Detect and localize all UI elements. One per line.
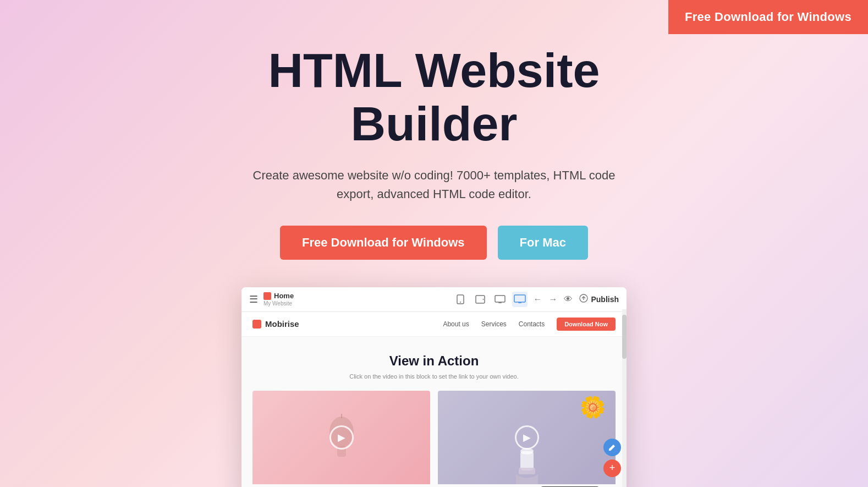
brand-icon xyxy=(252,320,261,329)
tablet-view-icon[interactable] xyxy=(473,292,488,307)
fab-container: + xyxy=(603,439,621,477)
undo-icon[interactable]: ← xyxy=(533,294,542,304)
video-card-2: 🌼 ▶ Video Description xyxy=(438,391,616,487)
hero-subtitle: Create awesome website w/o coding! 7000+… xyxy=(241,166,627,204)
nav-about[interactable]: About us xyxy=(443,320,469,328)
home-page-label: Home xyxy=(274,292,294,300)
play-button-2[interactable]: ▶ xyxy=(515,425,539,450)
publish-button[interactable]: Publish xyxy=(579,294,619,304)
view-switcher xyxy=(453,292,528,307)
top-cta-button[interactable]: Free Download for Windows xyxy=(668,0,868,34)
content-subtitle: Click on the video in this block to set … xyxy=(252,373,616,380)
brand-name: Mobirise xyxy=(265,319,299,329)
small-desktop-view-icon[interactable] xyxy=(492,292,508,307)
plus-icon: + xyxy=(609,462,616,474)
svg-rect-5 xyxy=(514,295,525,302)
svg-rect-4 xyxy=(495,296,505,302)
fab-add-button[interactable]: + xyxy=(603,459,621,477)
video-grid: ▶ Video Description 🌼 xyxy=(252,391,616,487)
redo-icon[interactable]: → xyxy=(548,294,557,304)
cta-buttons: Free Download for Windows For Mac xyxy=(280,226,588,260)
nav-download-button[interactable]: Download Now xyxy=(557,318,616,331)
video-thumb-1: ▶ xyxy=(252,391,430,484)
video-card-1: ▶ Video Description xyxy=(252,391,430,487)
toolbar-actions: ← → 👁 Publish xyxy=(533,294,619,304)
hero-section: HTML Website Builder Create awesome webs… xyxy=(0,0,868,260)
brand-logo: Mobirise xyxy=(252,319,299,329)
nav-links: About us Services Contacts Download Now xyxy=(443,318,616,331)
windows-download-button[interactable]: Free Download for Windows xyxy=(280,226,487,260)
svg-rect-12 xyxy=(519,468,535,474)
hamburger-icon[interactable]: ☰ xyxy=(249,293,258,305)
content-title: View in Action xyxy=(252,353,616,369)
nav-services[interactable]: Services xyxy=(481,320,507,328)
hero-title: HTML Website Builder xyxy=(225,44,643,151)
svg-point-1 xyxy=(460,302,461,303)
publish-upload-icon xyxy=(579,294,588,304)
app-mockup: ☰ Home My Website xyxy=(241,287,627,487)
flower-decoration: 🌼 xyxy=(580,395,606,419)
mac-download-button[interactable]: For Mac xyxy=(498,226,588,260)
fab-edit-button[interactable] xyxy=(603,439,621,456)
scrollbar-thumb[interactable] xyxy=(622,315,627,359)
home-page-icon xyxy=(263,292,271,300)
mobile-view-icon[interactable] xyxy=(453,292,468,307)
toolbar: ☰ Home My Website xyxy=(241,287,627,312)
preview-icon[interactable]: 👁 xyxy=(564,294,573,304)
publish-label: Publish xyxy=(591,295,619,304)
large-desktop-view-icon[interactable] xyxy=(512,292,528,307)
inner-nav: Mobirise About us Services Contacts Down… xyxy=(241,312,627,337)
nav-contacts[interactable]: Contacts xyxy=(519,320,545,328)
video-thumb-2: 🌼 ▶ xyxy=(438,391,616,484)
svg-point-3 xyxy=(483,299,484,300)
content-area: View in Action Click on the video in thi… xyxy=(241,337,627,487)
website-sublabel: My Website xyxy=(263,300,294,307)
scrollbar-track[interactable] xyxy=(622,309,627,487)
play-button-1[interactable]: ▶ xyxy=(329,425,354,450)
